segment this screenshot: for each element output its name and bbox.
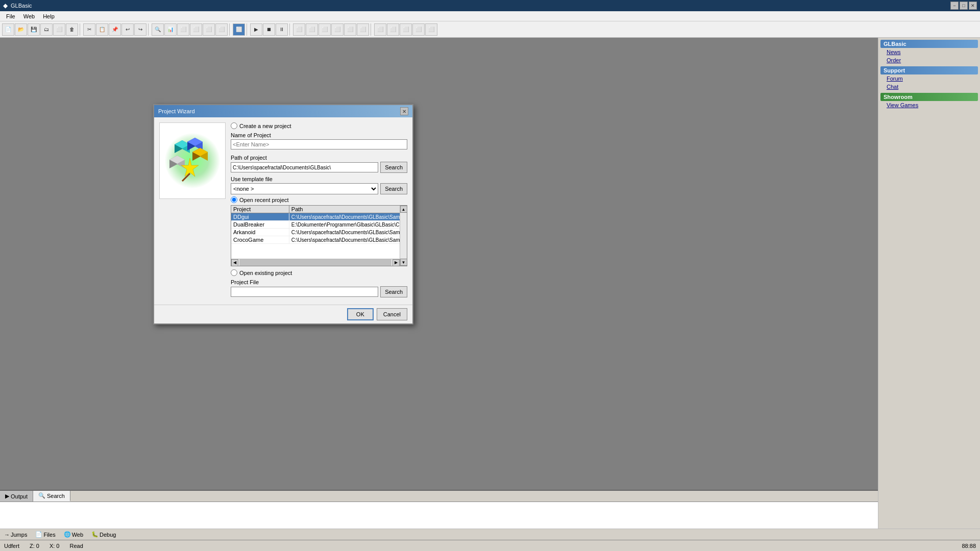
glbasic-section-header: GLBasic: [880, 40, 978, 48]
project-path-input[interactable]: [231, 162, 378, 172]
create-new-radio[interactable]: [231, 122, 237, 129]
template-select[interactable]: <none >: [231, 183, 378, 194]
scroll-right-arrow[interactable]: ▶: [393, 259, 400, 266]
create-new-radio-group: Create a new project: [231, 122, 407, 129]
dialog-close-button[interactable]: ✕: [400, 107, 408, 115]
recent-table-row[interactable]: DDguiC:\Users\spacefractal\Documents\GLB…: [231, 213, 407, 221]
open-existing-radio[interactable]: [231, 269, 237, 276]
toolbar-btn-save[interactable]: 💾: [28, 23, 40, 36]
toolbar: 📄 📂 💾 🗂 ⬜ 🗑 ✂ 📋 📌 ↩ ↪ 🔍 📊 ⬜ ⬜ ⬜ ⬜ ⬜ ▶ ⏹ …: [0, 21, 980, 38]
close-button[interactable]: ✕: [969, 2, 977, 10]
toolbar-btn-open[interactable]: 📂: [15, 23, 27, 36]
cancel-button[interactable]: Cancel: [377, 308, 407, 320]
toolbar-btn-save-all[interactable]: 🗂: [40, 23, 53, 36]
toolbar-btn-pause[interactable]: ⏸: [276, 23, 288, 36]
toolbar-btn-play[interactable]: ▶: [250, 23, 262, 36]
dialog-title-bar: Project Wizard ✕: [154, 105, 412, 117]
toolbar-btn-14[interactable]: ⬜: [190, 23, 202, 36]
toolbar-btn-15[interactable]: ⬜: [203, 23, 215, 36]
scroll-up-arrow[interactable]: ▲: [400, 206, 407, 213]
toolbar-btn-13[interactable]: ⬜: [177, 23, 189, 36]
menu-bar: File Web Help: [0, 11, 980, 21]
toolbar-btn-12[interactable]: 📊: [164, 23, 177, 36]
ok-button[interactable]: OK: [347, 308, 374, 320]
menu-help[interactable]: Help: [39, 11, 59, 21]
project-cell: CrocoGame: [231, 236, 289, 244]
toolbar-btn-25[interactable]: ⬜: [344, 23, 356, 36]
path-cell: E:\Dokumenter\Programmer\Glbasic\GLBasic…: [289, 221, 406, 229]
toolbar-btn-22[interactable]: ⬜: [306, 23, 318, 36]
minimize-button[interactable]: −: [950, 2, 959, 10]
toolbar-btn-copy[interactable]: 📋: [96, 23, 108, 36]
path-label: Path of project: [231, 155, 407, 161]
sep-2: [148, 23, 150, 36]
recent-table-row[interactable]: ArkanoidC:\Users\spacefractal\Documents\…: [231, 229, 407, 236]
project-name-input[interactable]: [231, 139, 407, 149]
toolbar-btn-35[interactable]: ⬜: [425, 23, 437, 36]
existing-search-button[interactable]: Search: [380, 286, 407, 297]
recent-table-row[interactable]: DualBreakerE:\Dokumenter\Programmer\Glba…: [231, 221, 407, 229]
toolbar-btn-redo[interactable]: ↪: [134, 23, 146, 36]
project-wizard-dialog: Project Wizard ✕: [153, 104, 413, 324]
toolbar-btn-stop[interactable]: ⏹: [263, 23, 275, 36]
toolbar-btn-31[interactable]: ⬜: [374, 23, 386, 36]
sep-5: [289, 23, 291, 36]
toolbar-btn-5[interactable]: ⬜: [53, 23, 65, 36]
status-zoom: Z: 0: [30, 543, 39, 549]
name-label: Name of Project: [231, 132, 407, 138]
status-mode: Read: [70, 543, 83, 549]
files-tab[interactable]: 📄 Files: [31, 529, 59, 540]
support-section: Support Forum Chat: [880, 66, 978, 91]
recent-table-row[interactable]: CrocoGameC:\Users\spacefractal\Documents…: [231, 236, 407, 244]
toolbar-btn-delete[interactable]: 🗑: [66, 23, 78, 36]
toolbar-btn-new[interactable]: 📄: [2, 23, 14, 36]
jumps-tab[interactable]: → Jumps: [0, 529, 31, 540]
menu-web[interactable]: Web: [19, 11, 39, 21]
toolbar-btn-23[interactable]: ⬜: [318, 23, 331, 36]
existing-file-input[interactable]: [231, 287, 378, 297]
toolbar-btn-21[interactable]: ⬜: [293, 23, 305, 36]
bottom-tabs: ▶ Output 🔍 Search: [0, 491, 878, 502]
debug-tab[interactable]: 🐛 Debug: [87, 529, 120, 540]
open-recent-radio[interactable]: [231, 196, 237, 203]
open-recent-radio-group: Open recent project: [231, 196, 407, 203]
debug-label: Debug: [100, 532, 116, 538]
order-link[interactable]: Order: [880, 56, 978, 64]
output-tab[interactable]: ▶ Output: [0, 491, 33, 502]
toolbar-btn-33[interactable]: ⬜: [400, 23, 412, 36]
create-new-label: Create a new project: [239, 123, 291, 129]
toolbar-btn-undo[interactable]: ↩: [121, 23, 134, 36]
menu-file[interactable]: File: [2, 11, 19, 21]
scroll-down-arrow[interactable]: ▼: [400, 259, 407, 266]
app-title: GLBasic: [11, 3, 32, 9]
forum-link[interactable]: Forum: [880, 74, 978, 83]
dialog-footer: OK Cancel: [154, 305, 412, 323]
toolbar-btn-paste[interactable]: 📌: [109, 23, 121, 36]
chat-link[interactable]: Chat: [880, 83, 978, 91]
toolbar-btn-cut[interactable]: ✂: [83, 23, 95, 36]
toolbar-btn-34[interactable]: ⬜: [412, 23, 425, 36]
path-cell: C:\Users\spacefractal\Documents\GLBasic\…: [289, 229, 406, 236]
maximize-button[interactable]: □: [960, 2, 968, 10]
support-section-header: Support: [880, 66, 978, 74]
view-games-link[interactable]: View Games: [880, 101, 978, 109]
scroll-left-arrow[interactable]: ◀: [231, 259, 238, 266]
toolbar-btn-mode[interactable]: ⬜: [233, 23, 245, 36]
search-tab[interactable]: 🔍 Search: [33, 491, 70, 502]
output-tab-label: Output: [11, 493, 28, 499]
web-tab[interactable]: 🌐 Web: [60, 529, 87, 540]
path-search-button[interactable]: Search: [380, 162, 407, 173]
template-search-button[interactable]: Search: [380, 183, 407, 194]
col-header-path: Path: [289, 206, 406, 213]
files-label: Files: [43, 532, 55, 538]
table-scrollbar-vertical: ▲ ▼: [400, 206, 407, 266]
toolbar-btn-24[interactable]: ⬜: [331, 23, 344, 36]
news-link[interactable]: News: [880, 48, 978, 56]
project-cell: DualBreaker: [231, 221, 289, 229]
toolbar-btn-26[interactable]: ⬜: [357, 23, 369, 36]
path-cell: C:\Users\spacefractal\Documents\GLBasic\…: [289, 213, 406, 221]
toolbar-btn-16[interactable]: ⬜: [215, 23, 228, 36]
toolbar-btn-32[interactable]: ⬜: [387, 23, 399, 36]
col-header-project: Project: [231, 206, 289, 213]
toolbar-btn-11[interactable]: 🔍: [152, 23, 164, 36]
